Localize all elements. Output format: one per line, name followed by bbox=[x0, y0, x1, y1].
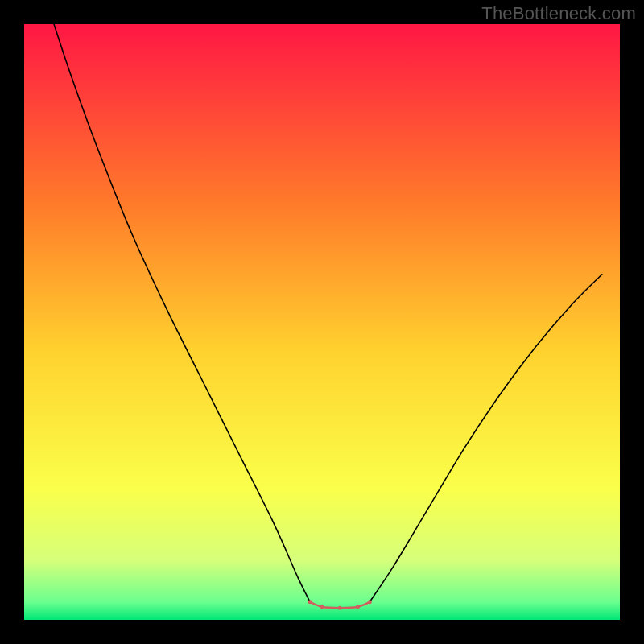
bottom-marker bbox=[368, 600, 372, 604]
bottom-marker bbox=[338, 606, 342, 610]
bottom-marker bbox=[308, 600, 312, 604]
plot-background bbox=[24, 24, 620, 620]
chart-container: TheBottleneck.com bbox=[0, 0, 644, 644]
bottom-marker bbox=[320, 605, 324, 609]
bottleneck-chart bbox=[0, 0, 644, 644]
watermark-text: TheBottleneck.com bbox=[481, 3, 636, 24]
bottom-marker bbox=[356, 605, 360, 609]
